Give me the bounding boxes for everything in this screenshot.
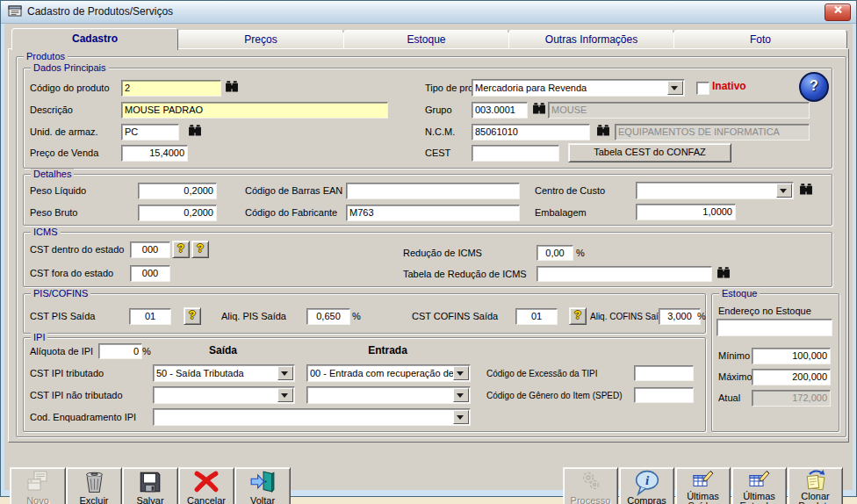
unidade-label: Unid. de armaz. bbox=[30, 126, 98, 138]
excessao-tipi-field[interactable] bbox=[634, 365, 694, 381]
salvar-button[interactable]: Salvar bbox=[122, 467, 178, 504]
ncm-field[interactable]: 85061010 bbox=[472, 124, 590, 140]
genero-sped-field[interactable] bbox=[634, 387, 694, 403]
excessao-tipi-label: Código de Excessão da TIPI bbox=[486, 368, 598, 379]
voltar-button[interactable]: Voltar bbox=[234, 467, 291, 504]
dropdown-arrow-icon[interactable] bbox=[277, 388, 293, 402]
excluir-button[interactable]: Excluir bbox=[66, 467, 122, 504]
peso-bruto-field[interactable]: 0,2000 bbox=[138, 205, 217, 221]
cst-ipi-nao-tributado-saida-combobox[interactable] bbox=[153, 386, 295, 404]
dropdown-arrow-icon[interactable] bbox=[776, 184, 792, 198]
preco-venda-field[interactable]: 15,4000 bbox=[121, 145, 188, 162]
tipo-produto-combobox[interactable]: Mercadoria para Revenda bbox=[472, 79, 685, 97]
tab-outras-informacoes[interactable]: Outras Informações bbox=[508, 30, 674, 50]
codigo-produto-field[interactable]: 2 bbox=[121, 80, 221, 97]
descricao-field[interactable]: MOUSE PADRAO bbox=[121, 102, 388, 119]
window-title: Cadastro de Produtos/Serviços bbox=[27, 5, 173, 18]
close-button[interactable] bbox=[825, 4, 851, 21]
tab-cadastro[interactable]: Cadastro bbox=[11, 28, 178, 50]
unidade-field[interactable]: PC bbox=[121, 124, 179, 140]
aliquota-ipi-field[interactable]: 0 bbox=[98, 343, 142, 359]
endereco-estoque-label: Endereço no Estoque bbox=[718, 306, 811, 317]
cst-dentro-help2-button[interactable]: ? bbox=[191, 241, 209, 258]
fabricante-field[interactable]: M763 bbox=[346, 205, 520, 221]
exit-door-icon bbox=[235, 470, 290, 496]
grupo-search-binoculars-icon[interactable] bbox=[532, 102, 546, 116]
cst-dentro-field[interactable]: 000 bbox=[130, 241, 170, 258]
cancelar-button[interactable]: Cancelar bbox=[178, 467, 234, 504]
estoque-minimo-field[interactable]: 100,000 bbox=[752, 348, 831, 364]
tabela-cest-button[interactable]: Tabela CEST do CONFAZ bbox=[568, 143, 731, 162]
dropdown-arrow-icon[interactable] bbox=[453, 388, 469, 402]
enquadramento-ipi-combobox[interactable] bbox=[153, 408, 471, 426]
cst-pis-field[interactable]: 01 bbox=[129, 308, 171, 325]
cst-pis-help-button[interactable]: ? bbox=[184, 307, 201, 325]
estoque-atual-label: Atual bbox=[718, 392, 740, 404]
ultimas-entradas-button[interactable]: Últimas Entradas bbox=[731, 467, 787, 504]
aliq-cofins-field[interactable]: 3,000 bbox=[659, 308, 701, 325]
ultimas-saidas-button[interactable]: Últimas Saídas bbox=[675, 467, 731, 504]
peso-liquido-field[interactable]: 0,2000 bbox=[138, 183, 217, 199]
ean-field[interactable] bbox=[346, 183, 520, 199]
cst-cofins-field[interactable]: 01 bbox=[515, 308, 558, 325]
inativo-checkbox[interactable] bbox=[696, 82, 709, 95]
aliq-cofins-label: Aliq. COFINS Saída bbox=[590, 311, 668, 322]
tabela-reducao-search-binoculars-icon[interactable] bbox=[717, 266, 731, 280]
centro-custo-label: Centro de Custo bbox=[535, 185, 605, 197]
cst-ipi-tributado-entrada-combobox[interactable]: 00 - Entrada com recuperação de bbox=[306, 364, 471, 382]
ncm-label: N.C.M. bbox=[425, 126, 455, 138]
codigo-search-binoculars-icon[interactable] bbox=[225, 80, 239, 94]
reducao-icms-field[interactable]: 0,00 bbox=[537, 245, 573, 261]
trash-icon bbox=[67, 470, 121, 496]
title-bar[interactable]: Cadastro de Produtos/Serviços bbox=[1, 1, 856, 24]
novo-button: Novo bbox=[10, 467, 66, 504]
estoque-maximo-field[interactable]: 200,000 bbox=[752, 369, 831, 385]
ncm-search-binoculars-icon[interactable] bbox=[596, 124, 610, 138]
grupo-codigo-field[interactable]: 003.0001 bbox=[472, 102, 528, 119]
tabela-reducao-field[interactable] bbox=[537, 266, 712, 282]
saida-header: Saída bbox=[153, 345, 293, 356]
app-window: Cadastro de Produtos/Serviços Cadastro P… bbox=[0, 0, 857, 497]
dropdown-arrow-icon[interactable] bbox=[667, 81, 683, 95]
enquadramento-ipi-label: Cod. Enquadramento IPI bbox=[30, 412, 136, 423]
cst-dentro-help-button[interactable]: ? bbox=[172, 241, 190, 258]
centro-custo-search-binoculars-icon[interactable] bbox=[799, 183, 813, 197]
compras-button[interactable]: i Compras bbox=[619, 467, 674, 504]
help-button[interactable]: ? bbox=[799, 72, 829, 102]
table-pencil-icon bbox=[676, 469, 730, 492]
cst-fora-field[interactable]: 000 bbox=[130, 265, 170, 282]
cst-ipi-tributado-saida-combobox[interactable]: 50 - Saída Tributada bbox=[153, 364, 295, 382]
endereco-estoque-field[interactable] bbox=[717, 319, 832, 336]
entrada-header: Entrada bbox=[306, 345, 469, 356]
unidade-search-binoculars-icon[interactable] bbox=[188, 124, 202, 138]
table-pencil-icon bbox=[732, 469, 786, 492]
new-document-icon bbox=[11, 470, 65, 496]
genero-sped-label: Código de Gênero do Item (SPED) bbox=[486, 390, 623, 401]
tab-foto[interactable]: Foto bbox=[673, 30, 847, 50]
dropdown-arrow-icon[interactable] bbox=[277, 366, 293, 380]
cst-ipi-nao-tributado-entrada-combobox[interactable] bbox=[306, 386, 471, 404]
tab-precos[interactable]: Preços bbox=[177, 30, 344, 50]
estoque-minimo-label: Mínimo bbox=[718, 350, 750, 362]
reducao-icms-label: Redução de ICMS bbox=[403, 248, 482, 259]
red-x-icon bbox=[179, 470, 234, 496]
estoque-atual-field: 172,000 bbox=[752, 390, 831, 407]
tab-estoque[interactable]: Estoque bbox=[343, 30, 509, 50]
embalagem-label: Embalagem bbox=[535, 207, 587, 219]
info-balloon-icon: i bbox=[620, 470, 673, 496]
processo-button: Processo bbox=[563, 467, 618, 504]
aliq-pis-field[interactable]: 0,650 bbox=[306, 308, 350, 325]
grupo-label: Grupo bbox=[425, 104, 452, 116]
centro-custo-combobox[interactable] bbox=[636, 182, 794, 199]
clonar-produto-button[interactable]: Clonar Produto bbox=[788, 467, 843, 504]
dropdown-arrow-icon[interactable] bbox=[453, 410, 469, 424]
embalagem-field[interactable]: 1,0000 bbox=[636, 204, 736, 220]
cst-ipi-nao-tributado-label: CST IPI não tributado bbox=[30, 390, 123, 401]
cst-cofins-help-button[interactable]: ? bbox=[569, 307, 587, 325]
cest-field[interactable] bbox=[472, 145, 559, 162]
tab-page-cadastro: Produtos Dados Principais Código do prod… bbox=[8, 48, 849, 443]
dropdown-arrow-icon[interactable] bbox=[453, 366, 469, 380]
aliq-pis-label: Aliq. PIS Saída bbox=[221, 311, 286, 322]
group-produtos-label: Produtos bbox=[24, 51, 68, 61]
app-icon bbox=[8, 4, 24, 20]
